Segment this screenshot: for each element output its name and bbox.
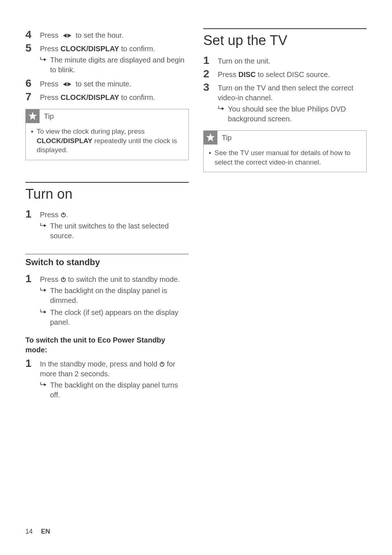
power-icon [159, 360, 165, 368]
text: to switch the unit to standby mode. [66, 275, 180, 283]
step-number: 1 [25, 208, 40, 220]
tv-step-1: 1 Turn on the unit. [203, 54, 367, 66]
bullet-icon: • [31, 127, 37, 137]
text-bold: DISC [238, 70, 256, 78]
text: Press [40, 93, 61, 101]
tip-label: Tip [40, 112, 54, 121]
step-number: 1 [203, 54, 218, 66]
step-5-result: The minute digits are displayed and begi… [25, 55, 189, 75]
standby-result-2: The clock (if set) appears on the displa… [25, 308, 189, 327]
turnon-result: The unit switches to the last selected s… [25, 221, 189, 241]
tip-box-tv: Tip • See the TV user manual for details… [203, 130, 367, 172]
step-number: 2 [203, 68, 218, 80]
seek-icon [61, 31, 74, 39]
bullet-icon: • [209, 148, 215, 158]
eco-result: The backlight on the display panel turns… [25, 380, 189, 400]
step-text: Turn on the TV and then select the corre… [218, 81, 367, 103]
text-bold: CLOCK/DISPLAY [61, 93, 119, 101]
result-arrow-icon [40, 221, 50, 229]
result-arrow-icon [40, 380, 50, 388]
eco-step-1: 1 In the standby mode, press and hold fo… [25, 357, 189, 379]
text: Press [218, 70, 238, 78]
result-arrow-icon [218, 104, 228, 112]
text: to select DISC source. [256, 70, 330, 78]
text: to confirm. [119, 93, 155, 101]
tip-text: To view the clock during play, press CLO… [37, 127, 183, 155]
page-number: 14 [25, 528, 33, 535]
tip-label: Tip [217, 134, 232, 142]
step-5: 5 Press CLOCK/DISPLAY to confirm. [25, 42, 189, 54]
text: . [66, 211, 68, 219]
tip-item: • To view the clock during play, press C… [31, 127, 183, 155]
heading-turn-on: Turn on [25, 186, 189, 202]
standby-result-1: The backlight on the display panel is di… [25, 286, 189, 305]
tv-step-3-result: You should see the blue Philips DVD back… [203, 104, 367, 124]
power-icon [61, 211, 66, 219]
tip-text: See the TV user manual for details of ho… [215, 148, 361, 167]
tip-header: Tip [204, 131, 366, 145]
step-number: 1 [25, 272, 40, 284]
standby-step-1: 1 Press to switch the unit to standby mo… [25, 272, 189, 284]
section-rule [203, 28, 367, 29]
step-number: 1 [25, 357, 40, 369]
step-number: 3 [203, 81, 218, 93]
result-text: The backlight on the display panel turns… [50, 380, 189, 400]
seek-icon [61, 80, 74, 88]
result-text: You should see the blue Philips DVD back… [228, 104, 367, 124]
heading-setup-tv: Set up the TV [203, 33, 367, 48]
result-arrow-icon [40, 55, 50, 63]
turnon-step-1: 1 Press . [25, 208, 189, 220]
power-icon [61, 275, 66, 283]
step-number: 4 [25, 28, 40, 40]
result-text: The backlight on the display panel is di… [50, 286, 189, 305]
left-column: 4 Press to set the hour. 5 Press CLOCK/D… [25, 28, 189, 402]
star-icon [204, 131, 217, 145]
text-bold: CLOCK/DISPLAY [37, 137, 92, 145]
text: Press [40, 80, 61, 88]
text-bold: CLOCK/DISPLAY [61, 45, 119, 53]
result-arrow-icon [40, 286, 50, 294]
step-4: 4 Press to set the hour. [25, 28, 189, 40]
text: To view the clock during play, press [37, 127, 144, 135]
text: Press [40, 211, 61, 219]
step-text: Press to switch the unit to standby mode… [40, 272, 189, 284]
step-number: 5 [25, 42, 40, 54]
step-number: 6 [25, 77, 40, 89]
language-code: EN [41, 528, 50, 535]
subsection-rule [25, 254, 189, 254]
result-arrow-icon [40, 308, 50, 316]
step-text: Press . [40, 208, 189, 220]
result-text: The minute digits are displayed and begi… [50, 55, 189, 75]
page-footer: 14 EN [25, 528, 50, 535]
eco-heading: To switch the unit to Eco Power Standby … [25, 335, 189, 355]
step-7: 7 Press CLOCK/DISPLAY to confirm. [25, 90, 189, 102]
step-text: In the standby mode, press and hold for … [40, 357, 189, 379]
step-text: Press DISC to select DISC source. [218, 68, 367, 80]
step-text: Turn on the unit. [218, 54, 367, 66]
text: to confirm. [119, 45, 155, 53]
heading-standby: Switch to standby [25, 257, 189, 267]
tip-item: • See the TV user manual for details of … [209, 148, 361, 167]
text: Press [40, 45, 61, 53]
text: Press [40, 275, 61, 283]
step-text: Press CLOCK/DISPLAY to confirm. [40, 90, 189, 102]
tip-box-clock: Tip • To view the clock during play, pre… [25, 109, 189, 160]
result-text: The unit switches to the last selected s… [50, 221, 189, 241]
star-icon [26, 109, 40, 123]
right-column: Set up the TV 1 Turn on the unit. 2 Pres… [203, 28, 367, 402]
tv-step-2: 2 Press DISC to select DISC source. [203, 68, 367, 80]
result-text: The clock (if set) appears on the displa… [50, 308, 189, 327]
text: In the standby mode, press and hold [40, 360, 159, 368]
text: Press [40, 31, 61, 39]
text: to set the minute. [74, 80, 131, 88]
tip-header: Tip [26, 109, 188, 123]
section-rule [25, 182, 189, 183]
step-text: Press to set the hour. [40, 28, 189, 40]
step-6: 6 Press to set the minute. [25, 77, 189, 89]
text: to set the hour. [74, 31, 124, 39]
tv-step-3: 3 Turn on the TV and then select the cor… [203, 81, 367, 103]
step-number: 7 [25, 90, 40, 102]
step-text: Press CLOCK/DISPLAY to confirm. [40, 42, 189, 54]
step-text: Press to set the minute. [40, 77, 189, 89]
